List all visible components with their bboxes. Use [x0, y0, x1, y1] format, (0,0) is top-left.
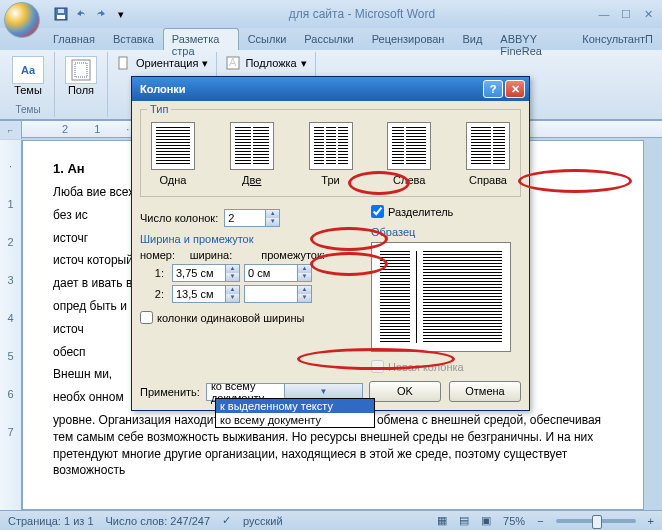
sample-label: Образец	[371, 226, 521, 238]
tab-abbyy[interactable]: ABBYY FineRea	[491, 28, 573, 50]
new-column-checkbox	[371, 360, 384, 373]
maximize-icon[interactable]: ☐	[616, 6, 636, 22]
columns-dialog: Колонки ? ✕ Тип Одна Две Три Слева Справ…	[131, 76, 530, 411]
separator-checkbox[interactable]	[371, 205, 384, 218]
separator-label: Разделитель	[388, 206, 453, 218]
group-themes-label: Темы	[8, 104, 48, 115]
view-web-icon[interactable]: ▣	[481, 514, 491, 527]
apply-option-selection[interactable]: к выделенному тексту	[216, 399, 374, 413]
width1-spinner[interactable]: ▲▼	[172, 264, 240, 282]
status-words[interactable]: Число слов: 247/247	[106, 515, 211, 527]
save-icon[interactable]	[52, 5, 70, 23]
view-print-icon[interactable]: ▦	[437, 514, 447, 527]
svg-text:A: A	[229, 56, 237, 68]
chevron-up-icon[interactable]: ▲	[266, 210, 279, 218]
ok-button[interactable]: OK	[369, 381, 441, 402]
dialog-close-icon[interactable]: ✕	[505, 80, 525, 98]
preset-left[interactable]: Слева	[387, 122, 431, 186]
preset-one[interactable]: Одна	[151, 122, 195, 186]
chevron-down-icon[interactable]: ▼	[266, 218, 279, 226]
undo-icon[interactable]	[72, 5, 90, 23]
svg-rect-1	[57, 15, 65, 19]
minimize-icon[interactable]: —	[594, 6, 614, 22]
zoom-in-icon[interactable]: +	[648, 515, 654, 527]
window-title: для сайта - Microsoft Word	[130, 7, 594, 21]
ruler-corner[interactable]: ⌐	[0, 121, 22, 139]
tab-home[interactable]: Главная	[44, 28, 104, 50]
preset-three[interactable]: Три	[309, 122, 353, 186]
themes-button[interactable]: Aa Темы	[8, 54, 48, 98]
tab-layout[interactable]: Разметка стра	[163, 28, 239, 50]
view-read-icon[interactable]: ▤	[459, 514, 469, 527]
status-bar: Страница: 1 из 1 Число слов: 247/247 ✓ р…	[0, 510, 662, 530]
zoom-slider[interactable]	[556, 519, 636, 523]
watermark-button[interactable]: A Подложка▾	[223, 54, 308, 72]
tab-review[interactable]: Рецензирован	[363, 28, 454, 50]
watermark-icon: A	[225, 55, 241, 71]
equal-width-checkbox[interactable]	[140, 311, 153, 324]
zoom-out-icon[interactable]: −	[537, 515, 543, 527]
tab-mailings[interactable]: Рассылки	[295, 28, 362, 50]
cancel-button[interactable]: Отмена	[449, 381, 521, 402]
close-icon[interactable]: ✕	[638, 6, 658, 22]
svg-rect-2	[58, 9, 64, 13]
num-cols-input[interactable]	[225, 210, 265, 226]
num-cols-label: Число колонок:	[140, 212, 218, 224]
tab-consultant[interactable]: КонсультантП	[573, 28, 662, 50]
tab-view[interactable]: Вид	[453, 28, 491, 50]
width-row-1: 1: ▲▼ ▲▼	[140, 264, 363, 282]
redo-icon[interactable]	[92, 5, 110, 23]
tab-insert[interactable]: Вставка	[104, 28, 163, 50]
margins-button[interactable]: Поля	[61, 54, 101, 98]
office-button[interactable]	[4, 2, 40, 38]
dialog-title: Колонки	[136, 83, 481, 95]
width2-spinner[interactable]: ▲▼	[172, 285, 240, 303]
new-column-label: Новая колонка	[388, 361, 464, 373]
width-row-2: 2: ▲▼ ▲▼	[140, 285, 363, 303]
apply-label: Применить:	[140, 386, 200, 398]
status-lang[interactable]: русский	[243, 515, 282, 527]
gap1-spinner[interactable]: ▲▼	[244, 264, 312, 282]
apply-dropdown-list: к выделенному тексту ко всему документу	[215, 398, 375, 428]
type-legend: Тип	[147, 103, 171, 115]
status-page[interactable]: Страница: 1 из 1	[8, 515, 94, 527]
gap2-spinner[interactable]: ▲▼	[244, 285, 312, 303]
sample-preview	[371, 242, 511, 352]
vertical-ruler[interactable]: ·1234567	[0, 140, 22, 510]
equal-width-label: колонки одинаковой ширины	[157, 312, 305, 324]
preset-two[interactable]: Две	[230, 122, 274, 186]
width-gap-link[interactable]: Ширина и промежуток	[140, 233, 254, 245]
tab-links[interactable]: Ссылки	[239, 28, 296, 50]
help-icon[interactable]: ?	[483, 80, 503, 98]
orientation-icon	[116, 55, 132, 71]
spellcheck-icon[interactable]: ✓	[222, 514, 231, 527]
apply-option-whole-doc[interactable]: ко всему документу	[216, 413, 374, 427]
preset-right[interactable]: Справа	[466, 122, 510, 186]
orientation-button[interactable]: Ориентация▾	[114, 54, 210, 72]
num-cols-spinner[interactable]: ▲▼	[224, 209, 280, 227]
svg-rect-5	[119, 57, 127, 69]
qat-menu-icon[interactable]: ▾	[112, 5, 130, 23]
zoom-value[interactable]: 75%	[503, 515, 525, 527]
ribbon-tabs: Главная Вставка Разметка стра Ссылки Рас…	[0, 28, 662, 50]
